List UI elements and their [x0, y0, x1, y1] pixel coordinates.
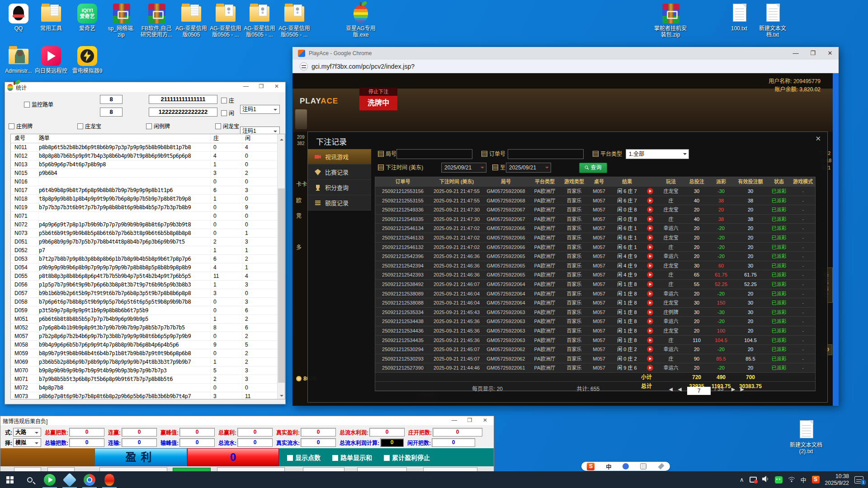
chrome-url-bar[interactable]: gci.myf7f3bx.com/pc/pcv2/index.jsp? [292, 60, 839, 73]
maximize-button[interactable]: ❐ [254, 82, 269, 91]
player-checkbox[interactable]: 闲 [221, 109, 234, 117]
replay-button[interactable] [647, 216, 653, 222]
screencast-icon[interactable] [750, 477, 757, 483]
minimize-button[interactable]: — [447, 416, 462, 425]
replay-button[interactable] [647, 291, 653, 297]
tab-match-records[interactable]: 比赛记录 [308, 164, 371, 180]
close-button[interactable]: ✕ [477, 416, 493, 425]
desktop-icon-iqiyi[interactable]: iQIYI 爱奇艺 爱奇艺 [69, 3, 106, 32]
first-page-icon[interactable]: ◀ [669, 386, 672, 392]
ime-indicator[interactable]: 中 [801, 475, 807, 484]
banker-pair-checkbox[interactable]: 庄例牌 [9, 122, 33, 130]
desktop-icon-ag-folder-3[interactable]: AG-亚星信用 版0505 - ... [241, 3, 278, 38]
menu-item-fragment[interactable]: 竞 [296, 211, 302, 219]
date-from-select[interactable]: 2025/09/21 [441, 163, 486, 173]
replay-button[interactable] [647, 328, 653, 334]
maximize-button[interactable]: ❐ [804, 47, 821, 60]
replay-button[interactable] [647, 365, 653, 371]
banker-checkbox[interactable]: 庄 [221, 96, 234, 104]
order-filter-input[interactable] [508, 149, 584, 159]
code-input-2[interactable]: 122222222222222 [149, 108, 217, 117]
query-button[interactable]: 查询 [579, 163, 607, 173]
replay-button[interactable] [647, 235, 653, 241]
desktop-icon-fb-zip[interactable]: FB软件,自己 研究使用方... [138, 3, 175, 38]
bet-code-select-1[interactable]: 注码1 [240, 105, 280, 114]
minimize-button[interactable]: — [787, 47, 804, 60]
platform-select[interactable]: 1.全部 [626, 149, 689, 159]
replay-button[interactable] [647, 337, 653, 343]
tab-points-query[interactable]: 积分查询 [308, 180, 371, 195]
keyboard-icon[interactable] [640, 463, 646, 469]
scroll-thumb[interactable] [278, 188, 285, 383]
page-input[interactable]: 7 [687, 387, 711, 395]
sogou-icon[interactable]: S [587, 463, 594, 470]
player-pair-checkbox[interactable]: 闲例牌 [146, 122, 170, 130]
ime-mode[interactable]: 中 [606, 463, 611, 470]
desktop-icon-100txt[interactable]: 100.txt [721, 3, 758, 32]
banker-dragon-checkbox[interactable]: 庄龙宝 [77, 122, 101, 130]
last-page-icon[interactable]: ▶ [741, 386, 744, 392]
desktop-icon-administrator[interactable]: Administr... [0, 45, 37, 74]
replay-button[interactable] [647, 356, 653, 362]
modal-close-icon[interactable]: ✕ [815, 135, 821, 143]
round-filter-input[interactable] [396, 149, 472, 159]
desktop-icon-sunlogin[interactable]: 向日葵远程控 [33, 45, 70, 74]
count-input-1[interactable]: 8 [100, 95, 123, 104]
taskbar-clock[interactable]: 10:38 2025/9/22 [825, 473, 849, 487]
desktop-icon-ag-folder-2[interactable]: AG-亚星信用 版0505 - ... [207, 3, 244, 38]
replay-button[interactable] [647, 263, 653, 269]
road-sum-checkbox[interactable]: 路单显示和 [332, 453, 372, 462]
desktop-icon-ag-folder-1[interactable]: AG-亚星信用 版0505 [173, 3, 210, 38]
scroll-up-icon[interactable] [278, 134, 285, 142]
profit-button[interactable]: 盈利 [94, 448, 187, 466]
taskbar-apple-app[interactable] [99, 471, 119, 488]
replay-button[interactable] [647, 206, 653, 213]
replay-button[interactable] [647, 272, 653, 278]
monitor-checkbox[interactable]: 监控路单 [24, 100, 53, 108]
mode-select[interactable]: 大路 [13, 428, 41, 436]
replay-button[interactable] [647, 318, 653, 324]
desktop-icon-qq[interactable]: QQ [0, 3, 37, 32]
start-button[interactable] [0, 471, 20, 488]
taskbar-chrome[interactable] [80, 471, 99, 488]
bottom-titlebar[interactable]: 赌博违规后果自负] — ❐ ✕ [0, 416, 494, 425]
replay-button[interactable] [647, 253, 653, 259]
prev-page-icon[interactable]: ◀ [678, 386, 681, 392]
desktop-icon-sp-zip[interactable]: sp_网络端. zip [103, 3, 140, 38]
replay-button[interactable] [647, 197, 653, 204]
scrollbar[interactable] [277, 134, 285, 399]
url-text[interactable]: gci.myf7f3bx.com/pc/pcv2/index.jsp? [311, 63, 415, 70]
menu-item-fragment[interactable]: 卡卡 [296, 180, 307, 188]
count-input-2[interactable]: 8 [100, 108, 123, 117]
scroll-down-icon[interactable] [278, 391, 285, 399]
desktop-icon-zip-right[interactable]: 掌舵者挂机安 装包.zip [652, 3, 689, 38]
tray-expand-icon[interactable]: ∧ [740, 476, 744, 483]
sogou-tray-icon[interactable]: S [812, 476, 820, 483]
tab-video-games[interactable]: 视讯游戏 [308, 149, 371, 164]
replay-button[interactable] [647, 281, 653, 287]
replay-button[interactable] [647, 300, 653, 306]
desktop-icon-tools[interactable]: 常用工具 [33, 3, 70, 32]
site-settings-icon[interactable] [300, 62, 308, 70]
replay-button[interactable] [647, 225, 653, 231]
network-icon[interactable] [788, 476, 795, 483]
moon-icon[interactable] [623, 463, 629, 469]
player-dragon-checkbox[interactable]: 闲龙宝 [215, 122, 239, 130]
menu-item-fragment[interactable]: 欧 [296, 196, 302, 204]
sim-select[interactable]: 模拟 [13, 438, 41, 447]
replay-button[interactable] [647, 188, 653, 194]
desktop-icon-newtxt2[interactable]: 新建文本文档 (2).txt [788, 419, 825, 455]
close-button[interactable]: ✕ [821, 47, 839, 60]
next-page-icon[interactable]: ▶ [731, 386, 735, 392]
stop-on-profit-checkbox[interactable]: 累计盈利停止 [384, 453, 430, 462]
minimize-button[interactable]: — [238, 82, 254, 91]
close-button[interactable]: ✕ [269, 82, 284, 91]
replay-button[interactable] [647, 244, 653, 250]
wechat-icon[interactable] [775, 476, 783, 483]
sogou-ime-bar[interactable]: S 中 [581, 462, 670, 471]
wrench-icon[interactable] [658, 463, 664, 469]
menu-item-fragment[interactable]: 多 [296, 243, 302, 251]
code-input-1[interactable]: 211111111111111 [149, 95, 217, 104]
notification-icon[interactable]: 1 [854, 476, 863, 483]
desktop-icon-ldplayer[interactable]: 雷电模拟器9 [69, 45, 106, 74]
